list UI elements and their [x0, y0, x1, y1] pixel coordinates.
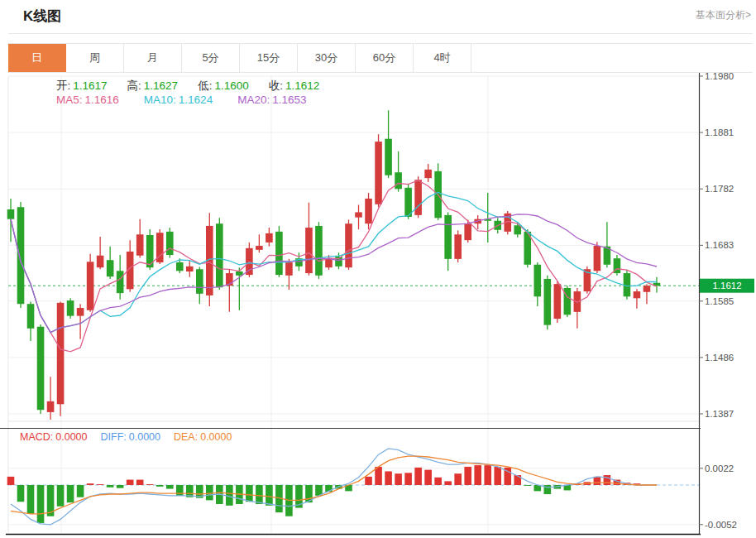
current-price-tag: 1.1612 — [700, 279, 754, 293]
legend-item: 高:1.1627 — [127, 79, 179, 94]
candles-layer — [7, 110, 661, 420]
ohlc-legend: 开:1.1617高:1.1627低:1.1600收:1.1612 — [56, 79, 319, 94]
svg-text:1.1585: 1.1585 — [705, 296, 734, 306]
legend-item: MACD:0.0000 — [20, 431, 88, 443]
macd-legend: MACD:0.0000DIFF:0.0000DEA:0.0000 — [20, 431, 232, 443]
legend-item: MA10:1.1624 — [144, 94, 213, 106]
legend-item: DEA:0.0000 — [174, 431, 232, 443]
legend-item: MA20:1.1653 — [237, 94, 306, 106]
svg-text:1.1486: 1.1486 — [705, 353, 734, 363]
price-axis: 1.19801.18811.17821.16831.15851.14861.13… — [699, 71, 734, 419]
macd-axis: 0.0022-0.0052 — [699, 464, 737, 530]
svg-text:0.0022: 0.0022 — [705, 464, 734, 473]
svg-text:1.1387: 1.1387 — [705, 409, 734, 419]
svg-text:1.1782: 1.1782 — [705, 184, 734, 194]
legend-item: 开:1.1617 — [56, 79, 108, 94]
legend-item: 低:1.1600 — [198, 79, 249, 94]
svg-text:1.1980: 1.1980 — [705, 71, 734, 81]
svg-text:1.1612: 1.1612 — [712, 281, 741, 291]
svg-text:-0.0052: -0.0052 — [705, 520, 737, 530]
svg-text:1.1881: 1.1881 — [705, 127, 734, 137]
legend-item: MA5:1.1616 — [56, 94, 119, 106]
kline-page: { "header": { "title": "K线图", "link": "基… — [0, 0, 756, 538]
legend-item: 收:1.1612 — [269, 79, 320, 94]
ma-legend: MA5:1.1616MA10:1.1624MA20:1.1653 — [56, 94, 306, 106]
svg-text:1.1683: 1.1683 — [705, 240, 734, 250]
legend-item: DIFF:0.0000 — [101, 431, 160, 443]
gridlines — [8, 76, 699, 534]
